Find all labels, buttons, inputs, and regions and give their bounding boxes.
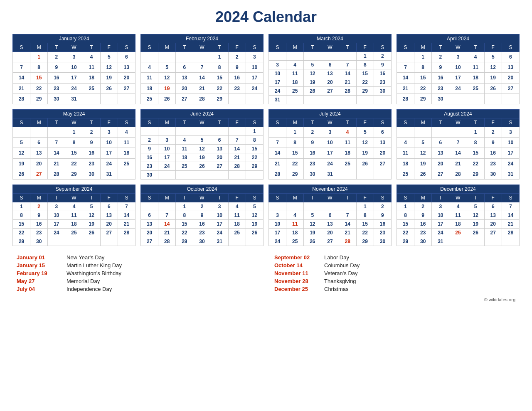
calendar-day: 12 [246,211,263,220]
calendar-day: 10 [65,62,83,73]
calendar-day: 3 [100,127,118,138]
calendar-day: 29 [13,237,30,246]
calendar-day: 16 [374,220,391,229]
calendar-day: 12 [304,220,321,229]
calendar-day: 7 [397,62,414,73]
calendar-day: 9 [83,138,100,148]
calendar-day: 27 [176,94,193,104]
calendar-day: 5 [484,52,502,62]
calendar-day: 20 [100,220,118,229]
calendar-day [321,96,339,104]
calendar-day: 6 [374,127,391,138]
day-header: T [83,43,100,52]
month-header: June 2024 [141,110,264,118]
calendar-day: 1 [246,127,263,136]
calendar-day: 19 [484,73,502,83]
holiday-name: Veteran's Day [324,270,358,276]
calendar-day [467,94,484,104]
calendar-day: 26 [83,229,100,237]
calendar-day: 19 [193,153,211,162]
calendar-day [269,202,286,211]
calendar-day: 22 [30,83,48,94]
day-header: F [228,43,246,52]
calendar-day: 14 [48,148,65,158]
calendar-day: 5 [13,138,30,148]
calendar-day: 27 [118,83,135,94]
calendar-day: 27 [141,237,158,246]
calendar-day: 2 [374,202,391,211]
holiday-name: New Year's Day [66,254,104,261]
calendar-day: 24 [321,158,339,169]
calendar-day: 8 [356,211,374,220]
calendar-day: 31 [211,237,228,246]
calendar-day: 31 [321,169,339,179]
calendar-day [13,52,30,62]
day-header: W [65,194,83,202]
calendar-day: 15 [356,220,374,229]
day-header: W [449,43,467,52]
calendar-day: 14 [118,211,135,220]
month-header: April 2024 [397,34,520,43]
calendar-day: 12 [83,211,100,220]
calendar-day: 10 [246,62,263,73]
holiday-name: Christmas [324,286,349,292]
month-table: February 2024SMTWTFS12345678910111213141… [140,34,264,104]
calendar-day [484,237,502,246]
calendar-day: 15 [211,73,228,83]
calendar-day: 7 [158,211,176,220]
calendar-day: 23 [374,229,391,237]
calendar-day: 22 [13,229,30,237]
calendar-day: 12 [158,73,176,83]
calendar-day: 10 [432,211,449,220]
calendar-day [246,94,263,104]
calendar-day: 15 [176,220,193,229]
month-table: September 2024SMTWTFS1234567891011121314… [12,185,135,246]
calendar-day: 27 [321,237,339,246]
day-header: S [13,118,30,127]
calendar-day: 3 [65,52,83,62]
day-header: S [13,43,30,52]
calendar-day: 18 [397,158,414,169]
calendar-day: 13 [432,148,449,158]
calendar-day: 23 [193,229,211,237]
day-header: S [141,118,158,127]
calendar-day: 24 [158,162,176,171]
day-header: T [467,43,484,52]
calendar-day: 30 [83,169,100,179]
calendar-day: 26 [467,229,484,237]
calendar-day: 17 [48,220,65,229]
calendar-day: 2 [193,202,211,211]
day-header: W [449,118,467,127]
calendar-day: 29 [246,162,263,171]
calendar-day: 9 [374,61,391,69]
calendar-day [228,94,246,104]
calendar-day: 13 [176,73,193,83]
calendar-day: 1 [30,52,48,62]
calendar-day: 27 [100,229,118,237]
holiday-row: January 01New Year's Day [17,254,258,261]
calendar-day: 18 [449,220,467,229]
day-header: S [397,118,414,127]
calendar-day: 23 [83,158,100,169]
calendar-day: 1 [467,127,484,138]
calendar-day [374,169,391,179]
calendar-day [304,96,321,104]
calendar-day: 28 [339,237,356,246]
calendar-day: 21 [449,158,467,169]
day-header: F [228,194,246,202]
calendar-day: 24 [211,229,228,237]
calendar-day: 15 [30,73,48,83]
calendar-day: 16 [83,148,100,158]
calendar-day: 9 [141,145,158,153]
day-header: M [30,118,48,127]
calendar-day: 26 [304,87,321,96]
calendar-day: 4 [118,127,135,138]
calendar-day: 13 [118,62,135,73]
day-header: T [304,194,321,202]
calendar-day: 12 [356,138,374,148]
calendar-day: 25 [176,162,193,171]
calendar-day: 2 [432,52,449,62]
day-header: M [158,194,176,202]
holiday-name: Thanksgiving [324,278,356,284]
holiday-row: November 11Veteran's Day [274,270,515,276]
